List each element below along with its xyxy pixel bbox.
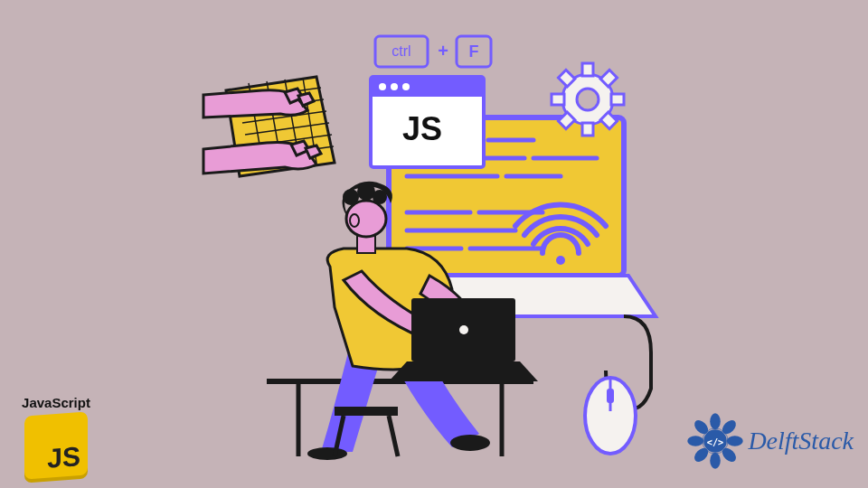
svg-point-58	[450, 435, 490, 451]
svg-rect-28	[582, 63, 593, 76]
svg-point-27	[577, 89, 599, 110]
svg-point-42	[402, 83, 410, 90]
shortcut-keys-icon: ctrl + F	[375, 36, 491, 67]
gear-icon	[552, 63, 624, 136]
svg-rect-59	[335, 407, 398, 416]
delftstack-name: DelftStack	[748, 427, 854, 455]
javascript-label: JavaScript	[11, 395, 101, 410]
svg-point-67	[350, 214, 359, 227]
svg-point-70	[459, 325, 468, 334]
svg-text:</>: </>	[707, 436, 724, 447]
svg-point-66	[373, 190, 387, 204]
svg-rect-31	[611, 94, 624, 105]
svg-rect-73	[607, 389, 614, 403]
svg-point-57	[307, 447, 347, 460]
svg-point-8	[688, 436, 704, 446]
js-logo-icon: JS	[24, 412, 88, 480]
svg-rect-39	[371, 77, 484, 97]
svg-point-6	[711, 453, 722, 469]
svg-rect-29	[582, 123, 593, 136]
js-window-icon: JS	[371, 77, 484, 167]
desk-icon	[267, 381, 533, 456]
svg-marker-69	[389, 361, 538, 381]
svg-rect-30	[552, 94, 564, 105]
svg-point-2	[711, 413, 722, 429]
keycap-f: F	[469, 42, 479, 61]
javascript-badge: JavaScript JS	[11, 395, 101, 477]
svg-point-65	[357, 183, 375, 201]
svg-point-41	[391, 83, 398, 90]
svg-point-4	[727, 436, 743, 446]
hero-illustration: ctrl + F JS	[199, 27, 669, 461]
svg-point-64	[343, 189, 359, 205]
keycap-plus: +	[438, 41, 448, 61]
svg-line-61	[389, 416, 398, 456]
windowcard-title: JS	[402, 110, 442, 147]
delftstack-logo-icon: </>	[686, 412, 744, 470]
mouse-icon	[585, 316, 651, 454]
keycap-ctrl: ctrl	[392, 43, 410, 59]
delftstack-brand: </> DelftStack	[686, 412, 854, 470]
svg-point-40	[379, 83, 386, 90]
svg-point-25	[556, 256, 565, 265]
js-logo-text: JS	[47, 441, 80, 474]
